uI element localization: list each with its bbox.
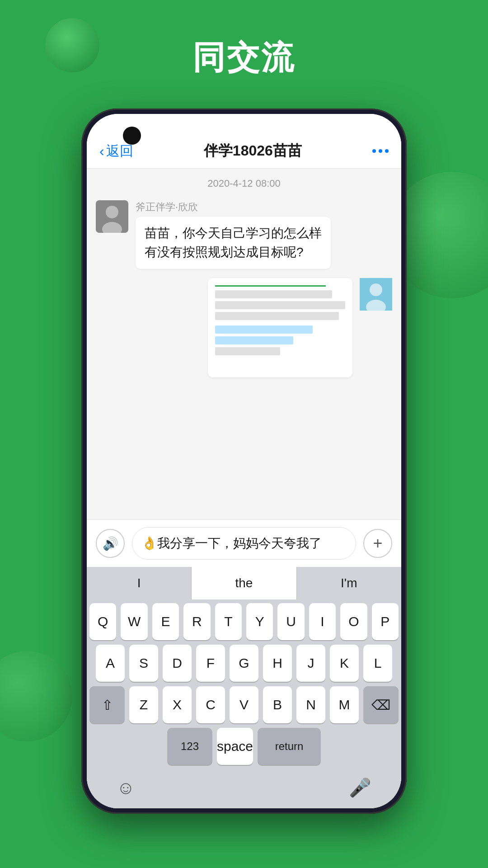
emoji-icon[interactable]: ☺: [117, 778, 135, 798]
key-M[interactable]: M: [330, 686, 359, 723]
suggestion-the[interactable]: the: [192, 567, 296, 599]
key-return[interactable]: return: [258, 728, 321, 765]
key-space[interactable]: space: [217, 728, 253, 765]
key-row-3: ⇧ Z X C V B N M ⌫: [89, 686, 399, 723]
key-X[interactable]: X: [163, 686, 192, 723]
key-C[interactable]: C: [196, 686, 225, 723]
key-H[interactable]: H: [263, 645, 292, 682]
note-line-3: [215, 312, 339, 320]
key-D[interactable]: D: [163, 645, 192, 682]
message-bubble: 苗苗，你今天自己学习的怎么样有没有按照规划达成目标呢?: [136, 217, 331, 269]
image-message: [96, 278, 392, 377]
key-I[interactable]: I: [309, 603, 336, 640]
back-label: 返回: [106, 142, 133, 160]
suggestion-the-text: the: [235, 576, 253, 590]
input-area: 🔊 👌我分享一下，妈妈今天夸我了 +: [87, 519, 401, 567]
delete-icon: ⌫: [371, 697, 390, 713]
key-row-2: A S D F G H J K L: [89, 645, 399, 682]
phone-screen: ‹ 返回 伴学18026苗苗 2020-4-12 08:00: [87, 114, 401, 808]
suggestion-im-text: I'm: [341, 576, 357, 590]
note-paper: [208, 278, 352, 377]
space-label: space: [217, 739, 253, 754]
chat-messages: 2020-4-12 08:00 斧正伴学·欣欣 苗苗，你今天自己学习的怎么: [87, 169, 401, 519]
key-P[interactable]: P: [372, 603, 399, 640]
key-delete[interactable]: ⌫: [363, 686, 399, 723]
keyboard-suggestions: I the I'm: [87, 567, 401, 599]
chat-title: 伴学18026苗苗: [133, 141, 372, 161]
svg-point-1: [106, 206, 118, 218]
image-bubble: [208, 278, 352, 377]
key-T[interactable]: T: [215, 603, 242, 640]
dot-1: [372, 149, 376, 153]
key-V[interactable]: V: [230, 686, 258, 723]
recipient-avatar: [360, 278, 392, 311]
back-button[interactable]: ‹ 返回: [99, 142, 133, 160]
plus-button[interactable]: +: [363, 529, 392, 558]
key-U[interactable]: U: [277, 603, 304, 640]
note-blue-line-1: [215, 326, 313, 334]
key-Z[interactable]: Z: [129, 686, 158, 723]
key-E[interactable]: E: [152, 603, 179, 640]
note-green-line: [215, 285, 326, 287]
voice-icon: 🔊: [103, 536, 118, 551]
chat-app: ‹ 返回 伴学18026苗苗 2020-4-12 08:00: [87, 114, 401, 808]
message-timestamp: 2020-4-12 08:00: [96, 178, 392, 189]
received-message: 斧正伴学·欣欣 苗苗，你今天自己学习的怎么样有没有按照规划达成目标呢?: [96, 200, 392, 269]
keyboard-bottom-bar: ☺ 🎤: [89, 769, 399, 806]
suggestion-im[interactable]: I'm: [297, 567, 401, 599]
nums-label: 123: [181, 740, 199, 753]
key-shift[interactable]: ⇧: [89, 686, 125, 723]
text-input[interactable]: 👌我分享一下，妈妈今天夸我了: [132, 527, 356, 560]
phone-frame: ‹ 返回 伴学18026苗苗 2020-4-12 08:00: [81, 108, 407, 814]
back-chevron-icon: ‹: [99, 143, 104, 160]
key-S[interactable]: S: [129, 645, 158, 682]
page-title: 同交流: [0, 36, 488, 80]
note-line-4: [215, 347, 280, 355]
key-Q[interactable]: Q: [89, 603, 116, 640]
shift-icon: ⇧: [102, 697, 113, 713]
note-line-2: [215, 301, 345, 309]
bg-circle-bottom-left: [0, 651, 72, 741]
plus-icon: +: [373, 534, 382, 553]
svg-point-4: [370, 283, 382, 296]
key-row-4: 123 space return: [89, 728, 399, 765]
message-bubble-container: 斧正伴学·欣欣 苗苗，你今天自己学习的怎么样有没有按照规划达成目标呢?: [136, 200, 331, 269]
note-blue-line-2: [215, 336, 293, 344]
key-F[interactable]: F: [196, 645, 225, 682]
key-nums[interactable]: 123: [167, 728, 212, 765]
more-button[interactable]: [372, 149, 389, 153]
key-K[interactable]: K: [330, 645, 359, 682]
note-line-1: [215, 290, 332, 298]
microphone-icon[interactable]: 🎤: [349, 777, 371, 798]
return-label: return: [275, 740, 304, 753]
suggestion-I[interactable]: I: [87, 567, 192, 599]
key-N[interactable]: N: [296, 686, 325, 723]
dot-3: [385, 149, 389, 153]
camera-hole: [123, 127, 141, 145]
dot-2: [379, 149, 382, 153]
suggestion-I-text: I: [137, 576, 141, 590]
key-L[interactable]: L: [363, 645, 392, 682]
sender-avatar: [96, 200, 128, 233]
key-Y[interactable]: Y: [246, 603, 273, 640]
key-W[interactable]: W: [121, 603, 147, 640]
key-B[interactable]: B: [263, 686, 292, 723]
key-J[interactable]: J: [296, 645, 325, 682]
key-G[interactable]: G: [230, 645, 258, 682]
message-text: 苗苗，你今天自己学习的怎么样有没有按照规划达成目标呢?: [145, 226, 322, 259]
keyboard: Q W E R T Y U I O P A S D F G: [87, 599, 401, 808]
sender-name: 斧正伴学·欣欣: [136, 200, 331, 214]
key-O[interactable]: O: [340, 603, 367, 640]
key-A[interactable]: A: [96, 645, 125, 682]
key-R[interactable]: R: [183, 603, 210, 640]
voice-button[interactable]: 🔊: [96, 529, 125, 558]
key-row-1: Q W E R T Y U I O P: [89, 603, 399, 640]
